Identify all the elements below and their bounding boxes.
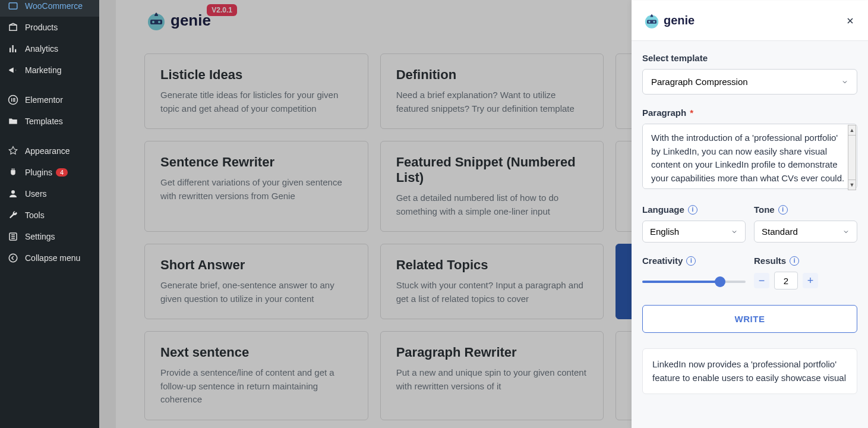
language-select[interactable]: English: [642, 221, 746, 243]
scroll-track[interactable]: [848, 136, 856, 180]
svg-point-10: [11, 190, 15, 194]
panel-header: genie: [632, 1, 868, 41]
chevron-down-icon: [841, 78, 848, 86]
scroll-up-button[interactable]: ▲: [848, 125, 856, 136]
decrement-button[interactable]: −: [754, 273, 769, 288]
increment-button[interactable]: +: [803, 273, 818, 288]
sidebar-item-label: Appearance: [25, 146, 70, 156]
card-desc: Generate brief, one-sentence answer to a…: [160, 279, 352, 306]
svg-rect-3: [12, 45, 14, 52]
user-icon: [7, 188, 19, 200]
card-desc: Generate title ideas for listicles for y…: [160, 89, 352, 115]
template-select-value: Paragraph Compression: [651, 77, 748, 87]
template-card[interactable]: Short AnswerGenerate brief, one-sentence…: [144, 244, 368, 319]
template-card[interactable]: Related TopicsStuck with your content? I…: [380, 244, 604, 319]
chevron-down-icon: [731, 228, 738, 235]
paragraph-input[interactable]: [642, 124, 857, 189]
close-panel-button[interactable]: [843, 14, 857, 28]
card-desc: Stuck with your content? Input a paragra…: [396, 279, 588, 306]
sidebar-item-collapse[interactable]: Collapse menu: [0, 247, 99, 269]
sidebar-item-label: Marketing: [25, 65, 61, 75]
sliders-icon: [7, 231, 19, 243]
sidebar-item-label: Collapse menu: [25, 253, 80, 263]
sidebar-item-marketing[interactable]: Marketing: [0, 59, 99, 81]
svg-rect-7: [13, 98, 15, 99]
template-card[interactable]: Featured Snippet (Numbered List)Get a de…: [380, 141, 604, 232]
elementor-icon: [7, 94, 19, 106]
sidebar-item-appearance[interactable]: Appearance: [0, 140, 99, 162]
info-icon[interactable]: i: [686, 256, 696, 266]
slider-thumb[interactable]: [715, 276, 725, 287]
svg-rect-0: [9, 3, 17, 10]
card-desc: Get a detailed numbered list of how to d…: [396, 191, 588, 218]
svg-point-16: [158, 21, 160, 23]
panel-brand: genie: [664, 14, 695, 27]
scroll-down-button[interactable]: ▼: [848, 180, 856, 190]
close-icon: [845, 16, 855, 26]
paragraph-label: Paragraph*: [642, 108, 857, 118]
results-input[interactable]: [774, 272, 798, 289]
version-badge: V2.0.1: [207, 4, 237, 16]
sidebar-item-users[interactable]: Users: [0, 183, 99, 204]
tone-select[interactable]: Standard: [754, 221, 857, 243]
template-select[interactable]: Paragraph Compression: [642, 69, 857, 95]
slider-fill: [642, 281, 720, 283]
svg-rect-8: [13, 99, 15, 100]
info-icon[interactable]: i: [790, 256, 799, 266]
textarea-scrollbar[interactable]: ▲ ▼: [848, 125, 856, 190]
sidebar-item-label: Elementor: [25, 95, 63, 105]
card-title: Short Answer: [160, 257, 352, 273]
brand-name: genie: [171, 11, 211, 30]
sidebar-item-products[interactable]: Products: [0, 17, 99, 38]
card-title: Definition: [396, 67, 588, 83]
sidebar-item-label: WooCommerce: [25, 1, 83, 11]
svg-rect-2: [10, 48, 11, 53]
svg-point-12: [9, 254, 17, 262]
card-title: Sentence Rewriter: [160, 155, 352, 170]
sidebar-item-label: Users: [25, 189, 47, 199]
card-title: Paragraph Rewriter: [396, 345, 588, 360]
template-card[interactable]: Paragraph RewriterPut a new and unique s…: [380, 331, 604, 420]
info-icon[interactable]: i: [778, 205, 788, 215]
plug-icon: [7, 166, 19, 178]
template-card[interactable]: DefinitionNeed a brief explanation? Want…: [380, 54, 604, 129]
card-desc: Provide a sentence/line of content and g…: [160, 366, 352, 407]
collapse-icon: [7, 252, 19, 264]
template-card[interactable]: Listicle IdeasGenerate title ideas for l…: [144, 54, 368, 129]
sidebar-item-label: Templates: [25, 117, 63, 126]
language-label: Language i: [642, 204, 746, 215]
plugins-update-badge: 4: [56, 168, 68, 177]
sidebar-item-label: Settings: [25, 232, 55, 241]
creativity-slider[interactable]: [642, 272, 746, 292]
sidebar-item-elementor[interactable]: Elementor: [0, 89, 99, 111]
results-label: Results i: [754, 256, 857, 266]
language-value: English: [650, 226, 679, 237]
sidebar-item-tools[interactable]: Tools: [0, 204, 99, 226]
chevron-down-icon: [842, 228, 850, 235]
svg-rect-6: [11, 98, 12, 102]
megaphone-icon: [7, 64, 19, 76]
svg-point-20: [653, 21, 655, 23]
brand-logo: genie V2.0.1: [144, 9, 211, 33]
template-card[interactable]: Next sentenceProvide a sentence/line of …: [144, 331, 368, 420]
brush-icon: [7, 145, 19, 157]
template-card[interactable]: Sentence RewriterGet different variation…: [144, 141, 368, 232]
box-icon: [7, 21, 19, 33]
svg-rect-1: [10, 25, 17, 30]
info-icon[interactable]: i: [688, 205, 697, 215]
template-panel: genie Select template Paragraph Compress…: [632, 1, 868, 428]
genie-face-icon: [144, 9, 168, 33]
sidebar-item-label: Analytics: [25, 44, 58, 54]
sidebar-item-templates[interactable]: Templates: [0, 111, 99, 132]
sidebar-item-analytics[interactable]: Analytics: [0, 38, 99, 59]
sidebar-item-settings[interactable]: Settings: [0, 226, 99, 247]
sidebar-item-woocommerce[interactable]: WooCommerce: [0, 0, 99, 17]
wrench-icon: [7, 209, 19, 221]
genie-face-icon: [642, 11, 661, 30]
svg-rect-4: [15, 49, 16, 52]
sidebar-item-plugins[interactable]: Plugins 4: [0, 162, 99, 183]
tone-value: Standard: [762, 226, 798, 237]
write-button[interactable]: WRITE: [642, 305, 857, 333]
results-stepper: − +: [754, 272, 857, 289]
result-output: LinkedIn now provides a 'professional po…: [642, 348, 857, 394]
